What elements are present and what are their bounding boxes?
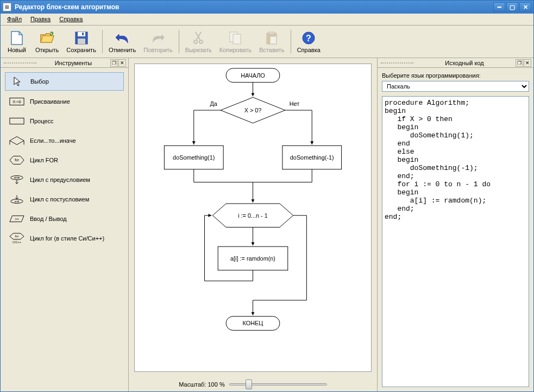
- save-icon: [74, 30, 89, 46]
- flow-cond: X > 0?: [244, 107, 262, 113]
- panel-detach-button[interactable]: ❐: [516, 59, 523, 67]
- tool-until-label: Цикл с постусловием: [30, 196, 89, 203]
- flow-loop: i := 0...n - 1: [238, 212, 268, 219]
- tool-assign-label: Присваивание: [30, 98, 70, 105]
- tool-for[interactable]: for Цикл FOR: [5, 151, 124, 169]
- process-icon: [9, 117, 24, 125]
- svg-rect-9: [269, 32, 274, 34]
- toolbar-separator: [102, 30, 103, 53]
- flow-start: НАЧАЛО: [241, 72, 265, 79]
- new-button[interactable]: Новый: [3, 28, 31, 56]
- svg-rect-1: [78, 32, 85, 36]
- tools-panel: Инструменты ❐ ✕ Выбор X:=0 Присв: [1, 58, 129, 391]
- toolbar: Новый Открыть Сохранить Отменить Повтор: [1, 26, 533, 58]
- panel-close-button[interactable]: ✕: [118, 59, 126, 67]
- zoom-slider[interactable]: [229, 380, 327, 389]
- titlebar: ⊞ Редактор блок-схем алгоритмов ━ ▢ ✕: [1, 1, 533, 14]
- tool-cfor-label: Цикл for (в стиле Си/Си++): [30, 235, 104, 242]
- assign-icon: X:=0: [9, 97, 24, 106]
- window-title: Редактор блок-схем алгоритмов: [15, 3, 119, 11]
- panel-detach-button[interactable]: ❐: [110, 59, 118, 67]
- svg-rect-15: [10, 118, 24, 124]
- lang-select[interactable]: Паскаль: [382, 81, 529, 92]
- tool-assign[interactable]: X:=0 Присваивание: [5, 93, 124, 110]
- menubar: Файл Правка Справка: [1, 14, 533, 26]
- toolbar-separator: [179, 30, 179, 53]
- code-panel-title: Исходный код ❐ ✕: [378, 58, 533, 68]
- panel-close-button[interactable]: ✕: [524, 59, 531, 67]
- lang-label: Выберите язык программирования:: [382, 72, 529, 79]
- new-icon: [9, 30, 24, 46]
- save-button[interactable]: Сохранить: [63, 28, 99, 56]
- cursor-icon: [10, 77, 25, 86]
- flow-left: doSomething(1): [173, 154, 215, 161]
- maximize-button[interactable]: ▢: [506, 2, 518, 12]
- copy-label: Копировать: [219, 47, 252, 53]
- undo-icon: [115, 30, 130, 46]
- open-label: Открыть: [35, 47, 59, 53]
- tool-until[interactable]: until Цикл с постусловием: [5, 191, 124, 208]
- svg-point-4: [194, 40, 197, 43]
- menu-edit[interactable]: Правка: [26, 15, 55, 24]
- menu-help[interactable]: Справка: [55, 15, 87, 24]
- code-panel: Исходный код ❐ ✕ Выберите язык программи…: [377, 58, 533, 391]
- tool-while-label: Цикл с предусловием: [30, 176, 90, 183]
- paste-label: Вставить: [259, 47, 285, 53]
- cut-icon: [191, 30, 206, 46]
- tool-ifelse[interactable]: Если...то...иначе: [5, 132, 124, 149]
- svg-rect-3: [82, 33, 84, 35]
- help-label: Справка: [297, 47, 321, 53]
- while-icon: while: [9, 175, 24, 184]
- redo-icon: [150, 30, 166, 46]
- close-button[interactable]: ✕: [519, 2, 531, 12]
- tool-while[interactable]: while Цикл с предусловием: [5, 171, 124, 188]
- undo-button[interactable]: Отменить: [105, 28, 139, 56]
- code-panel-label: Исходный код: [445, 60, 484, 66]
- svg-text:for: for: [15, 235, 19, 238]
- flowchart-canvas[interactable]: НАЧАЛО X > 0? Да Нет doSomething(1) doSo: [134, 64, 372, 372]
- svg-text:?: ?: [306, 34, 311, 43]
- tool-process[interactable]: Процесс: [5, 112, 124, 130]
- cut-button[interactable]: Вырезать: [182, 28, 215, 56]
- copy-icon: [228, 30, 243, 46]
- tool-process-label: Процесс: [30, 118, 53, 124]
- redo-button[interactable]: Повторить: [140, 28, 176, 56]
- cut-label: Вырезать: [185, 47, 212, 53]
- io-icon: >>: [9, 214, 24, 223]
- until-icon: until: [9, 195, 24, 204]
- menu-file[interactable]: Файл: [3, 15, 26, 24]
- diamond-icon: [9, 136, 24, 145]
- tools-panel-title: Инструменты ❐ ✕: [1, 58, 128, 68]
- minimize-button[interactable]: ━: [493, 2, 505, 12]
- tool-select-label: Выбор: [30, 78, 49, 85]
- tool-io[interactable]: >> Ввод / Вывод: [5, 210, 124, 227]
- help-icon: ?: [301, 30, 316, 46]
- flow-right: doSomething(-1): [290, 154, 334, 161]
- paste-icon: [264, 30, 279, 46]
- copy-button[interactable]: Копировать: [216, 28, 255, 56]
- flow-yes: Да: [210, 100, 217, 107]
- svg-text:X:=0: X:=0: [12, 99, 21, 104]
- help-button[interactable]: ? Справка: [294, 28, 324, 56]
- flow-body: a[i] := ramdom(n): [230, 255, 275, 262]
- tool-select[interactable]: Выбор: [5, 72, 124, 91]
- toolbar-separator: [291, 30, 291, 53]
- open-button[interactable]: Открыть: [32, 28, 62, 56]
- menu-edit-label: равка: [35, 16, 51, 22]
- svg-point-5: [199, 40, 203, 43]
- slider-thumb[interactable]: [246, 380, 252, 389]
- for-icon: for: [9, 156, 24, 165]
- save-label: Сохранить: [66, 47, 96, 53]
- new-label: Новый: [8, 47, 26, 53]
- paste-button[interactable]: Вставить: [256, 28, 288, 56]
- flow-no: Нет: [290, 100, 300, 107]
- tool-cfor[interactable]: forC/C++ Цикл for (в стиле Си/Си++): [5, 230, 124, 247]
- svg-text:for: for: [15, 158, 19, 162]
- cfor-icon: forC/C++: [9, 234, 24, 243]
- canvas-area[interactable]: НАЧАЛО X > 0? Да Нет doSomething(1) doSo: [129, 58, 377, 377]
- code-area[interactable]: procedure Algorithm; begin if X > 0 then…: [382, 96, 529, 387]
- menu-file-label: айл: [11, 16, 22, 22]
- zoom-label: Масштаб: 100 %: [179, 381, 224, 388]
- svg-rect-2: [78, 39, 85, 44]
- undo-label: Отменить: [109, 47, 136, 53]
